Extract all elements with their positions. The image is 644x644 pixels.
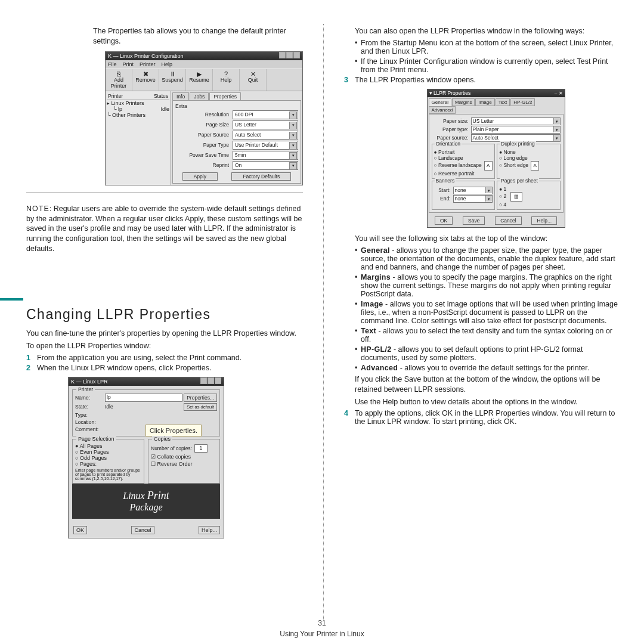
save-note: If you click the Save button at the bott…	[355, 374, 618, 395]
step-2: When the Linux LPR window opens, click P…	[37, 364, 303, 372]
note-text: NOTE: Regular users are able to override…	[26, 204, 303, 254]
step-1: From the application you are using, sele…	[37, 354, 303, 362]
tabs-intro: You will see the following six tabs at t…	[355, 234, 618, 244]
callout: Click Properties.	[145, 425, 202, 436]
step-3: The LLPR Properties window opens.	[355, 76, 618, 84]
bullet-startup: From the Startup Menu icon at the bottom…	[361, 39, 618, 55]
step-4: To apply the options, click OK in the LL…	[355, 409, 618, 426]
llpr-properties-screenshot: ▾ LLPR Properties – ✕ GeneralMarginsImag…	[427, 89, 565, 228]
llpr-open: To open the LLPR Properties window:	[26, 341, 303, 351]
bullet-testprint: If the Linux Printer Configuration windo…	[361, 57, 618, 74]
footer: 31 Using Your Printer in Linux	[0, 619, 644, 638]
section-heading: Changing LLPR Properties	[26, 306, 303, 323]
config-screenshot: K — Linux Printer Configuration FilePrin…	[105, 51, 303, 185]
help-note: Use the Help button to view details abou…	[355, 397, 618, 407]
linux-lpr-screenshot: K — Linux LPR Printer Name:lpProperties.…	[68, 377, 224, 538]
left-intro: The Properties tab allows you to change …	[93, 26, 303, 47]
right-intro: You can also open the LLPR Properties wi…	[355, 26, 618, 36]
llpr-intro: You can fine-tune the printer's properti…	[26, 329, 303, 339]
